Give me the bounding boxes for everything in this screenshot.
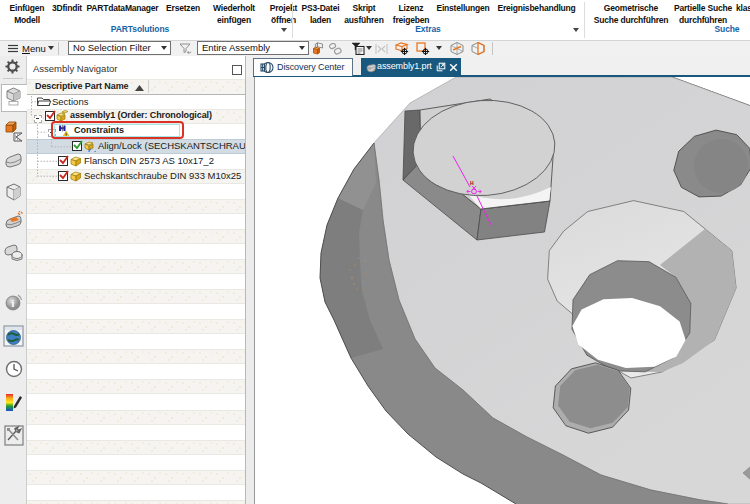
- svg-text:i: i: [12, 298, 15, 309]
- svg-text:H: H: [470, 180, 474, 186]
